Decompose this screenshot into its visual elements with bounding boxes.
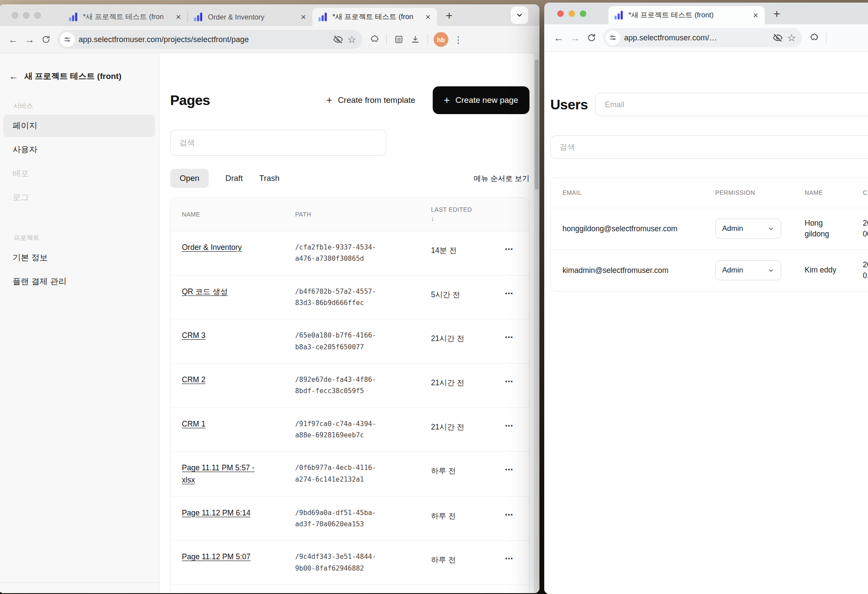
page-title: Users (550, 97, 588, 113)
reload-button[interactable] (38, 31, 54, 48)
reading-list-button[interactable] (391, 31, 407, 48)
page-name-link[interactable]: Page 11.12 PM 6:14 (182, 507, 250, 519)
extensions-button[interactable] (366, 31, 382, 48)
minimize-window-button[interactable] (569, 10, 575, 17)
sidebar-item-deploy[interactable]: 배포 (3, 162, 155, 185)
row-menu-button[interactable]: ⋯ (505, 421, 529, 441)
forward-arrow-icon: → (25, 35, 35, 45)
close-window-button[interactable] (12, 12, 18, 19)
menu-order-link[interactable]: 메뉴 순서로 보기 (474, 174, 529, 184)
sidebar-item-basic-info[interactable]: 기본 정보 (3, 246, 155, 269)
close-tab-icon[interactable]: × (174, 13, 182, 21)
sidebar-back-link[interactable]: ← 새 프로젝트 테스트 (front) (9, 71, 155, 82)
tab-title: *새 프로젝트 테스트 (front) (628, 10, 747, 20)
browser-tab[interactable]: *새 프로젝트 테스트 (fron × (63, 8, 187, 26)
row-menu-button[interactable]: ⋯ (505, 510, 529, 530)
forward-button[interactable]: → (21, 31, 38, 48)
last-edited-cell: 하루 전 (431, 511, 505, 530)
browser-tab[interactable]: Order & Inventory × (188, 8, 312, 26)
filter-tab-open[interactable]: Open (170, 169, 209, 188)
back-arrow-icon: ← (9, 71, 18, 82)
column-header-permission: PERMISSION (715, 189, 805, 196)
bookmark-star-icon[interactable]: ☆ (787, 33, 796, 43)
table-row: Page 11.11 PM 4:46 - /4b43c51a-745b-4f73… (171, 584, 529, 593)
zoom-window-button[interactable] (580, 10, 586, 17)
page-name-link[interactable]: QR 코드 생성 (182, 286, 228, 298)
page-name-link[interactable]: CRM 2 (182, 374, 205, 386)
scrollbar-track[interactable] (534, 53, 539, 593)
back-button[interactable]: ← (5, 31, 21, 48)
sidebar-item-plan-billing[interactable]: 플랜 결제 관리 (3, 270, 155, 293)
sidebar-item-users[interactable]: 사용자 (3, 138, 155, 161)
table-body: honggildong@selectfromuser.com Admin Hon… (551, 208, 868, 291)
close-tab-icon[interactable]: × (299, 13, 307, 21)
url-text[interactable]: app.selectfromuser.com/… (624, 33, 769, 43)
sidebar-item-logs[interactable]: 로그 (3, 186, 155, 209)
table-row: Page 11.12 PM 5:07 /9c4df343-3e51-4844-9… (171, 540, 529, 584)
page-name-link[interactable]: Page 11.12 PM 5:07 (182, 551, 250, 563)
downloads-button[interactable] (407, 31, 424, 48)
page-name-link[interactable]: CRM 1 (182, 418, 205, 430)
scrollbar-thumb[interactable] (535, 59, 539, 190)
site-settings-button[interactable] (60, 32, 75, 47)
page-name-link[interactable]: Page 11.11 PM 5:57 - xlsx (182, 462, 267, 486)
permission-select[interactable]: Admin (715, 260, 781, 280)
filter-tab-trash[interactable]: Trash (259, 174, 279, 183)
browser-tab-active[interactable]: *새 프로젝트 테스트 (fron × (312, 8, 437, 26)
reload-button[interactable] (583, 30, 600, 46)
row-menu-button[interactable]: ⋯ (505, 554, 529, 574)
column-header-name: NAME (182, 211, 295, 218)
user-name-cell: Kim eddy (805, 265, 843, 276)
profile-avatar[interactable]: hb (434, 32, 448, 47)
tabs: *새 프로젝트 테스트 (front) × + (608, 6, 780, 24)
invite-email-input[interactable] (595, 93, 868, 116)
eye-off-icon[interactable] (333, 34, 343, 45)
close-tab-icon[interactable]: × (752, 11, 760, 20)
sidebar-footer (0, 582, 159, 593)
pages-search-input[interactable] (170, 130, 386, 156)
browser-tab-active[interactable]: *새 프로젝트 테스트 (front) × (608, 6, 765, 24)
url-text[interactable]: app.selectfromuser.com/projects/selectfr… (79, 35, 329, 44)
forward-button[interactable]: → (567, 30, 583, 46)
address-bar[interactable]: app.selectfromuser.com/projects/selectfr… (58, 30, 362, 49)
user-email-cell: honggildong@selectfromuser.com (562, 224, 715, 233)
permission-select[interactable]: Admin (715, 219, 781, 239)
sidebar-item-pages[interactable]: 페이지 (3, 115, 155, 137)
browser-menu-button[interactable]: ⋮ (450, 31, 467, 48)
page-name-link[interactable]: CRM 3 (182, 330, 205, 341)
create-from-template-button[interactable]: + Create from template (326, 95, 415, 105)
user-email-cell: kimadmin@selectfromuser.com (562, 266, 715, 275)
new-tab-button[interactable]: + (446, 10, 453, 22)
site-settings-button[interactable] (605, 30, 620, 45)
tabs: *새 프로젝트 테스트 (fron × Order & Inventory × … (63, 8, 453, 26)
browser-toolbar: ← → app.selectfromuser.com/projects/sele… (0, 26, 539, 53)
close-tab-icon[interactable]: × (424, 13, 432, 21)
table-header-row: NAME PATH LAST EDITED ↓ (171, 198, 529, 231)
row-menu-button[interactable]: ⋯ (505, 332, 529, 353)
page-name-link[interactable]: Order & Inventory (182, 242, 242, 253)
bookmark-star-icon[interactable]: ☆ (347, 35, 356, 45)
new-tab-button[interactable]: + (773, 8, 780, 20)
minimize-window-button[interactable] (23, 12, 30, 19)
user-created-cell: 2001 (863, 259, 868, 282)
filter-tab-draft[interactable]: Draft (225, 174, 243, 183)
close-window-button[interactable] (557, 10, 564, 17)
row-menu-button[interactable]: ⋯ (505, 244, 529, 265)
chevron-down-icon (516, 11, 523, 19)
row-menu-button[interactable]: ⋯ (505, 465, 529, 486)
address-bar[interactable]: app.selectfromuser.com/… ☆ (603, 28, 802, 47)
toolbar-divider (386, 34, 387, 45)
traffic-lights (12, 12, 41, 19)
toolbar-divider (826, 32, 826, 43)
row-menu-button[interactable]: ⋯ (505, 377, 529, 397)
extensions-button[interactable] (806, 30, 822, 46)
chevron-down-icon (768, 267, 774, 274)
column-header-last-edited[interactable]: LAST EDITED ↓ (431, 205, 474, 223)
zoom-window-button[interactable] (34, 12, 41, 19)
row-menu-button[interactable]: ⋯ (505, 289, 529, 309)
tab-search-chevron-button[interactable] (511, 7, 528, 24)
users-search-input[interactable] (550, 135, 868, 159)
back-button[interactable]: ← (550, 30, 567, 46)
create-new-page-button[interactable]: + Create new page (433, 86, 529, 114)
eye-off-icon[interactable] (773, 33, 783, 43)
